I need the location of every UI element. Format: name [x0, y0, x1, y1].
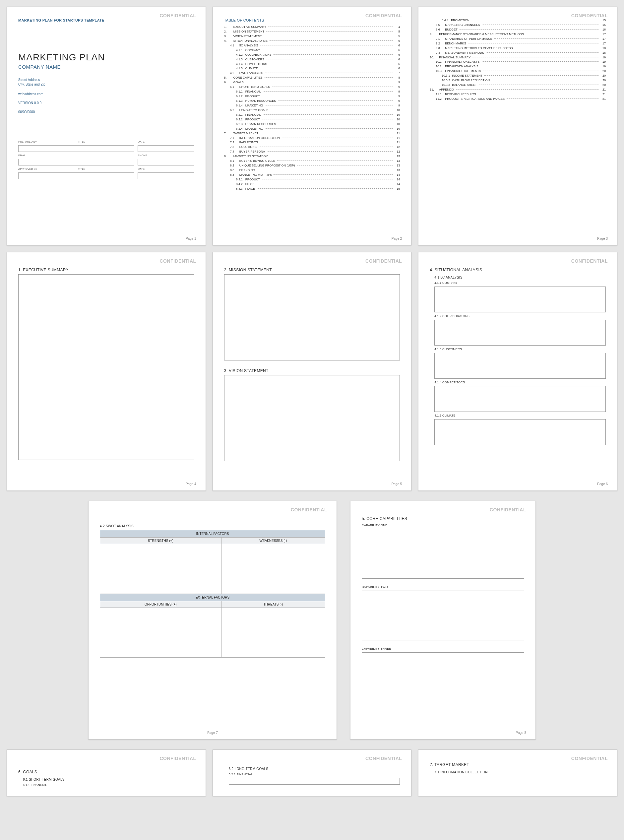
toc-entry[interactable]: 11.APPENDIX21	[430, 88, 606, 92]
content-box[interactable]	[362, 591, 524, 640]
toc-entry[interactable]: 8.5MARKETING CHANNELS15	[430, 23, 606, 28]
swot-threats-cell[interactable]	[221, 608, 325, 658]
toc-entry[interactable]: 9.4MEASUREMENT METHODS18	[430, 51, 606, 56]
toc-entry[interactable]: 8.3BRANDING13	[224, 168, 400, 173]
label-title-2: TITLE	[78, 167, 134, 170]
toc-number: 4.1.4	[236, 62, 243, 66]
toc-entry[interactable]: 7.2PAIN POINTS11	[224, 140, 400, 145]
toc-entry[interactable]: 4.15C ANALYSIS6	[224, 43, 400, 48]
toc-entry[interactable]: 9.PERFORMANCE STANDARDS & MEASUREMENT ME…	[430, 32, 606, 37]
toc-entry[interactable]: 1.EXECUTIVE SUMMARY4	[224, 25, 400, 29]
toc-entry[interactable]: 5.CORE CAPABILITIES8	[224, 76, 400, 80]
toc-entry[interactable]: 7.1INFORMATION COLLECTION11	[224, 136, 400, 141]
toc-entry[interactable]: 6.2.3HUMAN RESOURCES10	[224, 122, 400, 127]
sub-financial: 6.1.1 FINANCIAL	[18, 783, 194, 787]
page-5: CONFIDENTIAL 2. MISSION STATEMENT 3. VIS…	[213, 252, 412, 491]
toc-entry[interactable]: 4.1.3CUSTOMERS6	[224, 57, 400, 62]
toc-entry[interactable]: 10.3FINANCIAL STATEMENTS20	[430, 69, 606, 74]
content-box[interactable]	[362, 652, 524, 702]
toc-entry[interactable]: 9.3MARKETING METRICS TO MEASURE SUCCESS1…	[430, 46, 606, 51]
toc-entry[interactable]: 10.3.1INCOME STATEMENT20	[430, 74, 606, 78]
toc-entry[interactable]: 7.4BUYER PERSONA12	[224, 150, 400, 154]
toc-entry[interactable]: 4.1.2COLLABORATORS6	[224, 53, 400, 57]
toc-entry[interactable]: 7.TARGET MARKET11	[224, 131, 400, 136]
toc-entry[interactable]: 8.4.2PRICE14	[224, 182, 400, 187]
toc-entry[interactable]: 11.1RESEARCH RESULTS21	[430, 92, 606, 97]
toc-page: 6	[395, 53, 400, 57]
toc-entry[interactable]: 6.2.2PRODUCT10	[224, 117, 400, 122]
toc-entry[interactable]: 8.MARKETING STRATEGY13	[224, 154, 400, 159]
input-email[interactable]	[18, 159, 134, 165]
swot-table: INTERNAL FACTORS STRENGTHS (+)WEAKNESSES…	[100, 530, 325, 658]
content-box[interactable]	[434, 287, 606, 312]
toc-entry[interactable]: 4.1.4COMPETITORS6	[224, 62, 400, 66]
toc-page: 20	[601, 78, 606, 83]
content-box[interactable]	[434, 386, 606, 412]
toc-entry[interactable]: 6.1.3HUMAN RESOURCES9	[224, 99, 400, 103]
toc-entry[interactable]: 10.3.3BALANCE SHEET20	[430, 83, 606, 88]
toc-entry[interactable]: 4.1.5CLIMATE6	[224, 66, 400, 71]
input-prepared-by[interactable]	[18, 145, 134, 152]
swot-strengths-cell[interactable]	[100, 544, 221, 594]
toc-entry[interactable]: 6.GOALS9	[224, 80, 400, 85]
toc-label: PERFORMANCE STANDARDS & MEASUREMENT METH…	[439, 32, 524, 37]
toc-entry[interactable]: 4.SITUATIONAL ANALYSIS6	[224, 39, 400, 43]
toc-entry[interactable]: 9.2BENCHMARKS17	[430, 42, 606, 46]
toc-entry[interactable]: 8.4MARKETING MIX – 4Ps14	[224, 173, 400, 178]
toc-entry[interactable]: 6.2LONG-TERM GOALS10	[224, 108, 400, 113]
toc-label: MARKETING	[246, 103, 263, 108]
content-box[interactable]	[18, 274, 194, 460]
toc-entry[interactable]: 9.1STANDARDS OF PERFORMANCE17	[430, 37, 606, 42]
toc-dots	[273, 174, 392, 175]
toc-entry[interactable]: 8.6BUDGET16	[430, 28, 606, 32]
toc-entry[interactable]: 8.4.4PROMOTION15	[430, 18, 606, 23]
toc-page: 15	[601, 23, 606, 28]
toc-entry[interactable]: 6.1.4MARKETING9	[224, 103, 400, 108]
content-box[interactable]	[224, 375, 400, 461]
content-box[interactable]	[229, 778, 400, 784]
content-box[interactable]	[434, 353, 606, 379]
content-box[interactable]	[224, 274, 400, 360]
toc-dots	[494, 39, 598, 39]
toc-label: HUMAN RESOURCES	[246, 99, 276, 103]
toc-entry[interactable]: 6.1.1FINANCIAL9	[224, 90, 400, 94]
toc-entry[interactable]: 11.2PRODUCT SPECIFICATIONS AND IMAGES21	[430, 97, 606, 102]
toc-entry[interactable]: 8.4.3PLACE15	[224, 187, 400, 191]
toc-number: 7.4	[230, 150, 237, 154]
address-line1: Street Address	[18, 77, 194, 82]
input-approved-by[interactable]	[18, 173, 134, 179]
toc-number: 8.4.4	[442, 18, 449, 23]
toc-dots	[265, 105, 392, 105]
toc-entry[interactable]: 7.3SOLUTIONS12	[224, 145, 400, 150]
toc-entry[interactable]: 10.1FINANCIAL FORECASTS19	[430, 60, 606, 64]
input-date-1[interactable]	[137, 145, 194, 152]
toc-entry[interactable]: 10.FINANCIAL SUMMARY19	[430, 56, 606, 60]
section-goals: 6. GOALS	[18, 770, 194, 774]
input-date-2[interactable]	[137, 173, 194, 179]
swot-weaknesses-cell[interactable]	[221, 544, 325, 594]
toc-entry[interactable]: 4.1.1COMPANY6	[224, 48, 400, 53]
toc-entry[interactable]: 4.2SWOT ANALYSIS7	[224, 71, 400, 76]
toc-entry[interactable]: 8.2UNIQUE SELLING PROPOSITION (USP)13	[224, 164, 400, 168]
section-mission: 2. MISSION STATEMENT	[224, 268, 400, 272]
toc-entry[interactable]: 6.1SHORT-TERM GOALS9	[224, 85, 400, 90]
toc-entry[interactable]: 10.3.2CASH FLOW PROJECTION20	[430, 78, 606, 83]
content-box[interactable]	[434, 419, 606, 445]
toc-dots	[260, 133, 392, 133]
address-line2: City, State and Zip	[18, 82, 194, 87]
toc-entry[interactable]: 6.2.1FINANCIAL10	[224, 113, 400, 117]
toc-page: 17	[601, 42, 606, 46]
toc-entry[interactable]: 8.1BUYER'S BUYING CYCLE13	[224, 159, 400, 164]
toc-entry[interactable]: 3.VISION STATEMENT5	[224, 34, 400, 39]
content-box[interactable]	[362, 529, 524, 579]
toc-entry[interactable]: 2.MISSION STATEMENT5	[224, 29, 400, 34]
content-box[interactable]	[434, 320, 606, 346]
page-number: Page 8	[516, 731, 526, 735]
input-phone[interactable]	[137, 159, 194, 165]
toc-entry[interactable]: 6.1.2PRODUCT9	[224, 94, 400, 99]
toc-entry[interactable]: 6.2.4MARKETING10	[224, 127, 400, 131]
toc-entry[interactable]: 8.4.1PRODUCT14	[224, 178, 400, 182]
section-situational: 4. SITUATIONAL ANALYSIS	[430, 268, 606, 272]
toc-entry[interactable]: 10.2BREAKEVEN ANALYSIS19	[430, 64, 606, 69]
swot-opportunities-cell[interactable]	[100, 608, 221, 658]
